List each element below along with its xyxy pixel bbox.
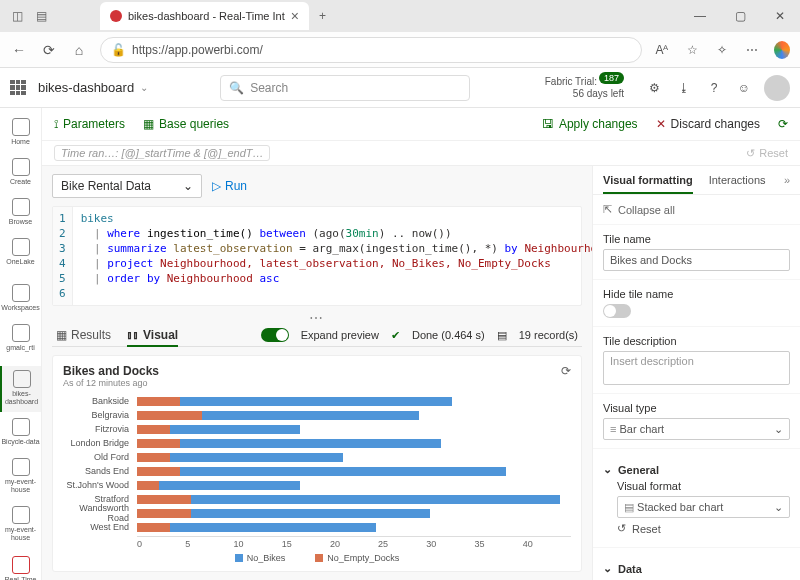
- run-button[interactable]: ▷Run: [212, 179, 247, 193]
- discard-changes-button[interactable]: ✕Discard changes: [656, 117, 760, 131]
- window-maximize[interactable]: ▢: [720, 9, 760, 23]
- rail-browse[interactable]: Browse: [0, 194, 41, 232]
- query-editor[interactable]: 123456 bikes | where ingestion_time() be…: [52, 206, 582, 306]
- window-minimize[interactable]: —: [680, 9, 720, 23]
- visual-format-label: Visual format: [617, 480, 790, 492]
- refresh-dashboard-button[interactable]: ⟳: [778, 117, 788, 131]
- favorite-icon[interactable]: ☆: [684, 43, 700, 57]
- data-group-header[interactable]: ⌄Data: [603, 556, 790, 579]
- reset-icon: ↺: [617, 522, 626, 535]
- window-close[interactable]: ✕: [760, 9, 800, 23]
- hide-tile-name-label: Hide tile name: [603, 288, 790, 300]
- chevron-down-icon: ⌄: [140, 82, 148, 93]
- tile-name-input[interactable]: Bikes and Docks: [603, 249, 790, 271]
- base-queries-button[interactable]: ▦Base queries: [143, 117, 229, 131]
- rail-gmalc[interactable]: gmalc_rti: [0, 320, 41, 358]
- rail-workspaces[interactable]: Workspaces: [0, 280, 41, 318]
- chart-xaxis: 0510152025303540: [137, 536, 571, 549]
- favorites-bar-icon[interactable]: ✧: [714, 43, 730, 57]
- parameter-bar: Time ran…: [@]_startTime & [@]_endT… ↺Re…: [42, 140, 800, 166]
- command-bar: ⟟Parameters ▦Base queries 🖫Apply changes…: [42, 108, 800, 140]
- app-launcher-icon[interactable]: [10, 80, 26, 96]
- tab-visual[interactable]: ⫾⫾Visual: [127, 328, 178, 347]
- rail-home[interactable]: Home: [0, 114, 41, 152]
- help-icon[interactable]: ?: [706, 81, 722, 95]
- reset-format-button[interactable]: ↺Reset: [617, 518, 790, 539]
- text-size-icon[interactable]: Aᴬ: [654, 43, 670, 57]
- tab-interactions[interactable]: Interactions: [709, 174, 766, 194]
- code-content: bikes | where ingestion_time() between (…: [73, 207, 592, 305]
- rail-create[interactable]: Create: [0, 154, 41, 192]
- reset-params-button[interactable]: ↺Reset: [746, 147, 788, 160]
- back-button[interactable]: ←: [10, 42, 28, 58]
- close-tab-icon[interactable]: ×: [291, 8, 299, 24]
- save-icon: 🖫: [542, 117, 554, 131]
- expand-preview-toggle[interactable]: [261, 328, 289, 342]
- queries-icon: ▦: [143, 117, 154, 131]
- url-input[interactable]: 🔓 https://app.powerbi.com/: [100, 37, 642, 63]
- trial-status: Fabric Trial:187 56 days left: [545, 76, 624, 99]
- rail-bikes-dashboard[interactable]: bikes-dashboard: [0, 366, 41, 412]
- left-nav-rail: Home Create Browse OneLake Workspaces gm…: [0, 108, 42, 580]
- user-avatar[interactable]: [764, 75, 790, 101]
- home-button[interactable]: ⌂: [70, 42, 88, 58]
- global-search[interactable]: 🔍 Search: [220, 75, 470, 101]
- records-label: 19 record(s): [519, 329, 578, 341]
- tile-description-input[interactable]: Insert description: [603, 351, 790, 385]
- bar-row: Wandsworth Road: [63, 506, 571, 520]
- general-group-header[interactable]: ⌄General: [603, 457, 790, 480]
- copilot-icon[interactable]: [774, 41, 790, 59]
- rail-eventhouse-1[interactable]: my-event-house: [0, 454, 41, 500]
- breadcrumb-item: bikes-dashboard: [38, 80, 134, 95]
- parameters-icon: ⟟: [54, 117, 58, 131]
- more-icon[interactable]: ⋯: [744, 43, 760, 57]
- parameters-button[interactable]: ⟟Parameters: [54, 117, 125, 131]
- grid-icon: ▦: [56, 328, 67, 342]
- rail-bicycle-data[interactable]: Bicycle-data: [0, 414, 41, 452]
- rail-eventhouse-2[interactable]: my-event-house: [0, 502, 41, 548]
- visual-format-select[interactable]: ▤ Stacked bar chart⌄: [617, 496, 790, 518]
- line-gutter: 123456: [53, 207, 73, 305]
- settings-icon[interactable]: ⚙: [646, 81, 662, 95]
- resize-handle[interactable]: ⋯: [52, 310, 582, 320]
- collapse-all-button[interactable]: ⇱Collapse all: [603, 203, 790, 216]
- bar-row: Fitzrovia: [63, 422, 571, 436]
- bar-row: West End: [63, 520, 571, 534]
- data-source-select[interactable]: Bike Rental Data⌄: [52, 174, 202, 198]
- app-header: bikes-dashboard ⌄ 🔍 Search Fabric Trial:…: [0, 68, 800, 108]
- tab-results[interactable]: ▦Results: [56, 328, 111, 342]
- result-tabs: ▦Results ⫾⫾Visual Expand preview ✔ Done …: [52, 328, 582, 347]
- feedback-icon[interactable]: ☺: [736, 81, 752, 95]
- visual-type-select[interactable]: ≡ Bar chart⌄: [603, 418, 790, 440]
- rail-realtime[interactable]: Real-Time Intelligence: [0, 552, 41, 580]
- bar-row: Bankside: [63, 394, 571, 408]
- discard-icon: ✕: [656, 117, 666, 131]
- bar-row: London Bridge: [63, 436, 571, 450]
- browser-tab[interactable]: bikes-dashboard - Real-Time Int ×: [100, 2, 309, 30]
- collections-icon[interactable]: ▤: [36, 9, 50, 23]
- tile-description-label: Tile description: [603, 335, 790, 347]
- time-range-tag[interactable]: Time ran…: [@]_startTime & [@]_endT…: [54, 145, 270, 161]
- chart-tile: Bikes and Docks As of 12 minutes ago ⟳ B…: [52, 355, 582, 572]
- chevron-down-icon: ⌄: [183, 179, 193, 193]
- lock-icon: 🔓: [111, 43, 126, 57]
- url-text: https://app.powerbi.com/: [132, 43, 263, 57]
- hide-tile-name-toggle[interactable]: [603, 304, 631, 318]
- favicon-icon: [110, 10, 122, 22]
- refresh-button[interactable]: ⟳: [40, 42, 58, 58]
- tab-title: bikes-dashboard - Real-Time Int: [128, 10, 285, 22]
- apply-changes-button[interactable]: 🖫Apply changes: [542, 117, 638, 131]
- chevron-down-icon: ⌄: [603, 463, 612, 476]
- chart-refresh-icon[interactable]: ⟳: [561, 364, 571, 378]
- tab-visual-formatting[interactable]: Visual formatting: [603, 174, 693, 194]
- download-icon[interactable]: ⭳: [676, 81, 692, 95]
- new-tab-button[interactable]: +: [309, 9, 336, 23]
- rail-onelake[interactable]: OneLake: [0, 234, 41, 272]
- search-placeholder: Search: [250, 81, 288, 95]
- expand-label: Expand preview: [301, 329, 379, 341]
- profile-icon[interactable]: ◫: [12, 9, 26, 23]
- pane-expand-icon[interactable]: »: [784, 174, 790, 194]
- play-icon: ▷: [212, 179, 221, 193]
- breadcrumb[interactable]: bikes-dashboard ⌄: [38, 80, 148, 95]
- chart-icon: ⫾⫾: [127, 328, 139, 342]
